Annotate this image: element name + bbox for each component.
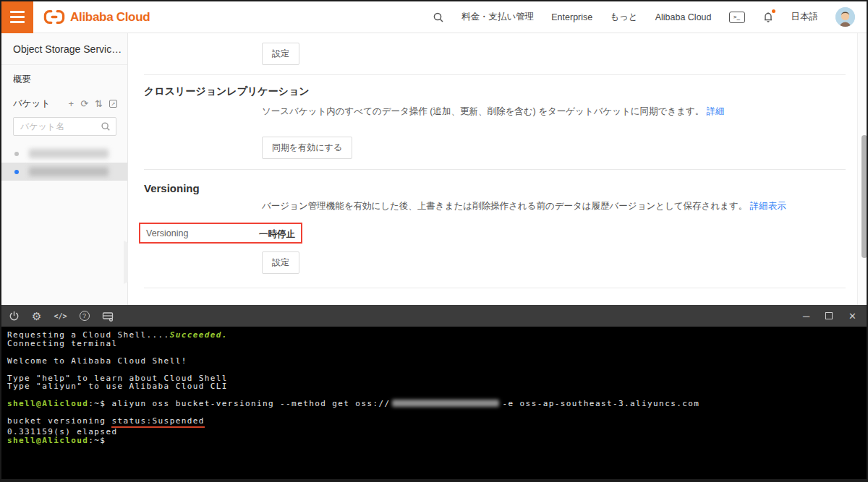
section-divider (144, 288, 846, 288)
hamburger-menu-button[interactable] (1, 1, 33, 33)
terminal-command-tail: -e oss-ap-southeast-3.aliyuncs.com (503, 399, 700, 408)
terminal-header: ⚙ </> ? ─ ✕ (1, 305, 867, 327)
bucket-status-dot (14, 170, 19, 174)
terminal-toolbar: ⚙ </> ? (9, 311, 114, 322)
terminal-line: Connecting terminal (7, 340, 861, 348)
crr-detail-link[interactable]: 詳細 (707, 106, 725, 116)
topbar: Alibaba Cloud 料金・支払い管理 Enterprise もっと Al… (1, 1, 867, 33)
bucket-list (1, 145, 127, 181)
sidebar-item-overview[interactable]: 概要 (1, 65, 127, 86)
bucket-list-item-selected[interactable] (1, 163, 127, 181)
cloud-shell-terminal: ⚙ </> ? ─ ✕ Requesting a Cloud Shell....… (1, 305, 867, 481)
topbar-nav: 料金・支払い管理 Enterprise もっと Alibaba Cloud >_… (433, 7, 867, 27)
terminal-result-prefix: bucket versioning (7, 416, 111, 426)
server-icon[interactable] (102, 311, 114, 322)
alibaba-logo-icon (43, 9, 65, 25)
nav-billing[interactable]: 料金・支払い管理 (461, 11, 534, 23)
main-content: 設定 クロスリージョンレプリケーション ソースバケット内のすべてのデータ操作 (… (128, 33, 857, 305)
add-bucket-icon[interactable]: + (69, 99, 75, 108)
section-divider (144, 169, 846, 170)
power-icon[interactable] (9, 311, 20, 322)
versioning-description-text: バージョン管理機能を有効にした後、上書きまたは削除操作される前のデータは履歴バー… (262, 201, 747, 211)
terminal-body[interactable]: Requesting a Cloud Shell....Succeeded. C… (1, 327, 867, 449)
crr-description-text: ソースバケット内のすべてのデータ操作 (追加、更新、削除を含む) をターゲットバ… (262, 106, 704, 116)
terminal-success-text: Succeeded. (170, 330, 228, 340)
code-icon[interactable]: </> (54, 312, 67, 320)
browser-frame: Alibaba Cloud 料金・支払い管理 Enterprise もっと Al… (0, 0, 868, 482)
section-divider (144, 74, 846, 75)
terminal-result-line: bucket versioning status:Suspended (7, 417, 861, 428)
versioning-row-label: Versioning (146, 228, 188, 238)
search-icon[interactable] (101, 121, 111, 134)
search-icon[interactable] (433, 12, 444, 23)
avatar[interactable] (835, 7, 855, 27)
close-icon[interactable]: ✕ (848, 311, 856, 321)
versioning-status-highlight: Versioning 一時停止 (139, 223, 302, 244)
settings-gear-icon[interactable]: ⚙ (32, 311, 41, 322)
nav-alibaba-cloud[interactable]: Alibaba Cloud (655, 12, 712, 22)
terminal-prompt-line: shell@Alicloud:~$ (7, 436, 861, 445)
bucket-search (13, 117, 116, 136)
nav-more[interactable]: もっと (610, 11, 637, 23)
maximize-icon[interactable] (825, 312, 833, 319)
bucket-toolbar: + ⟳ ⇅ ↗ (69, 99, 117, 108)
terminal-command-text: aliyun oss bucket-versioning --method ge… (111, 399, 390, 408)
notification-badge (772, 9, 775, 13)
terminal-command-line: shell@Alicloud:~$ aliyun oss bucket-vers… (7, 400, 861, 408)
bucket-list-item[interactable] (1, 145, 127, 163)
logo-text: Alibaba Cloud (70, 10, 150, 25)
enable-sync-button[interactable]: 同期を有効にする (262, 137, 352, 159)
help-icon[interactable]: ? (80, 311, 90, 321)
bucket-label: バケット (13, 98, 50, 110)
versioning-section-title: Versioning (144, 182, 200, 194)
crr-description: ソースバケット内のすべてのデータ操作 (追加、更新、削除を含む) をターゲットバ… (262, 106, 725, 118)
versioning-detail-link[interactable]: 詳細表示 (750, 201, 786, 211)
terminal-window-controls: ─ ✕ (803, 311, 856, 321)
versioning-status-value: 一時停止 (259, 228, 295, 241)
page-scrollbar-track[interactable] (857, 33, 868, 305)
page-scrollbar-thumb[interactable] (861, 135, 867, 258)
terminal-line: Requesting a Cloud Shell....Succeeded. (7, 331, 861, 340)
terminal-prompt: shell@Alicloud (7, 399, 88, 408)
refresh-icon[interactable]: ⟳ (80, 99, 88, 108)
versioning-settings-button[interactable]: 設定 (262, 251, 299, 274)
notifications-bell-icon[interactable] (762, 11, 774, 23)
terminal-prompt-suffix: :~$ (88, 399, 111, 408)
terminal-line: Welcome to Alibaba Cloud Shell! (7, 357, 861, 366)
sort-icon[interactable]: ⇅ (95, 99, 103, 108)
sidebar: Object Storage Servic… 概要 バケット + ⟳ ⇅ ↗ (1, 33, 128, 305)
nav-enterprise[interactable]: Enterprise (551, 12, 592, 22)
terminal-status-underlined: status:Suspended (111, 417, 204, 428)
minimize-icon[interactable]: ─ (803, 311, 809, 321)
language-selector[interactable]: 日本語 (791, 11, 819, 23)
versioning-description: バージョン管理機能を有効にした後、上書きまたは削除操作される前のデータは履歴バー… (262, 200, 786, 212)
terminal-prompt-suffix: :~$ (88, 436, 111, 445)
terminal-prompt: shell@Alicloud (7, 436, 88, 445)
crr-section-title: クロスリージョンレプリケーション (144, 85, 310, 98)
terminal-line: 0.331159(s) elapsed (7, 428, 861, 436)
settings-button-top[interactable]: 設定 (262, 43, 299, 65)
terminal-line-blank (7, 366, 861, 374)
bucket-name-redacted (392, 400, 499, 407)
alibaba-cloud-logo[interactable]: Alibaba Cloud (43, 9, 150, 25)
bucket-name-redacted (29, 149, 109, 158)
cloudshell-icon[interactable]: >_ (729, 12, 745, 23)
bucket-name-redacted (29, 167, 109, 176)
terminal-line: Type "aliyun" to use Alibaba Cloud CLI (7, 382, 861, 391)
external-link-icon[interactable]: ↗ (109, 100, 117, 108)
terminal-line-blank (7, 348, 861, 357)
bucket-status-dot (14, 152, 19, 156)
sidebar-title: Object Storage Servic… (1, 33, 127, 65)
bucket-section-header: バケット + ⟳ ⇅ ↗ (1, 86, 127, 110)
